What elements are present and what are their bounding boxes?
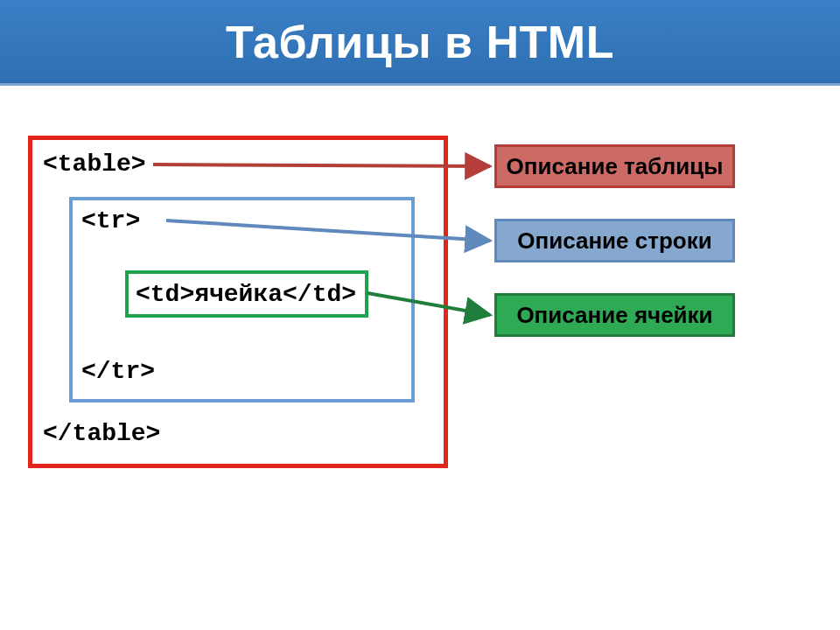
label-table-text: Описание таблицы bbox=[507, 153, 724, 180]
tag-tr-open: <tr> bbox=[81, 207, 140, 234]
tr-outline-box: <tr> </tr> <td>ячейка</td> bbox=[69, 197, 415, 402]
td-outline-box: <td>ячейка</td> bbox=[125, 270, 368, 318]
label-row-text: Описание строки bbox=[517, 228, 711, 255]
label-row: Описание строки bbox=[494, 219, 735, 262]
table-outline-box: <table> </table> <tr> </tr> <td>ячейка</… bbox=[28, 136, 448, 468]
tag-td-line: <td>ячейка</td> bbox=[136, 281, 356, 308]
label-cell: Описание ячейки bbox=[494, 293, 735, 337]
tag-table-open: <table> bbox=[43, 150, 146, 178]
tag-tr-close: </tr> bbox=[81, 358, 155, 385]
title-banner: Таблицы в HTML bbox=[0, 0, 840, 86]
label-table: Описание таблицы bbox=[494, 144, 735, 188]
tag-table-close: </table> bbox=[43, 420, 160, 447]
label-cell-text: Описание ячейки bbox=[516, 302, 712, 329]
page-title: Таблицы в HTML bbox=[226, 16, 614, 68]
